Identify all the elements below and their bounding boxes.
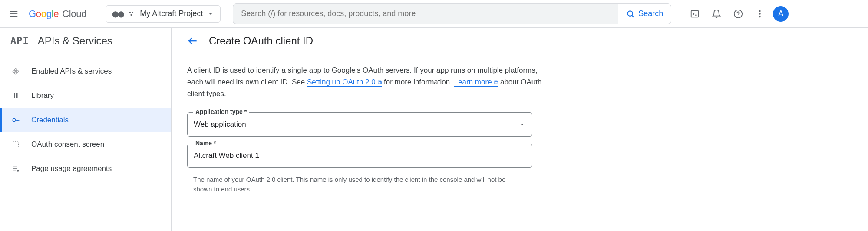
field-label: Application type * bbox=[193, 108, 249, 115]
link-label: Learn more bbox=[454, 78, 492, 86]
key-icon bbox=[10, 116, 21, 124]
page-header: Create OAuth client ID bbox=[172, 28, 868, 54]
form-content: A client ID is used to identify a single… bbox=[172, 54, 562, 205]
external-link-icon: ⧉ bbox=[376, 79, 382, 86]
search-input[interactable] bbox=[233, 9, 618, 18]
svg-point-6 bbox=[627, 11, 633, 16]
api-badge-icon: API bbox=[10, 35, 29, 46]
sidebar-item-label: OAuth consent screen bbox=[31, 140, 104, 149]
svg-rect-8 bbox=[691, 10, 699, 17]
link-label: Setting up OAuth 2.0 bbox=[307, 78, 376, 86]
sidebar-item-page-usage[interactable]: Page usage agreements bbox=[0, 157, 171, 181]
svg-point-13 bbox=[759, 16, 761, 17]
more-icon[interactable] bbox=[751, 5, 769, 23]
name-helper-text: The name of your OAuth 2.0 client. This … bbox=[187, 175, 526, 194]
avatar[interactable]: A bbox=[773, 6, 789, 22]
name-field-container: Name * bbox=[187, 144, 532, 168]
project-selector[interactable]: ⬤⬤ My Altcraft Project bbox=[106, 5, 221, 23]
svg-point-18 bbox=[13, 119, 16, 122]
logo-cloud-text: Cloud bbox=[62, 8, 86, 20]
svg-point-5 bbox=[131, 14, 132, 16]
project-name: My Altcraft Project bbox=[140, 9, 203, 18]
description: A client ID is used to identify a single… bbox=[187, 64, 547, 100]
svg-point-26 bbox=[17, 170, 19, 171]
application-type-select[interactable]: Application type * Web application bbox=[187, 112, 532, 137]
menu-icon[interactable] bbox=[5, 5, 23, 23]
svg-point-11 bbox=[759, 10, 761, 12]
sidebar-item-library[interactable]: Library bbox=[0, 84, 171, 108]
search-button-label: Search bbox=[638, 9, 663, 18]
cloud-shell-icon[interactable] bbox=[686, 5, 703, 23]
notifications-icon[interactable] bbox=[708, 5, 725, 23]
back-arrow-icon[interactable] bbox=[187, 35, 198, 47]
svg-point-3 bbox=[129, 12, 131, 13]
svg-point-4 bbox=[132, 12, 134, 13]
field-value: Web application bbox=[194, 120, 519, 129]
sidebar: API APIs & Services Enabled APIs & servi… bbox=[0, 28, 172, 231]
sidebar-item-label: Enabled APIs & services bbox=[31, 67, 112, 76]
body: API APIs & Services Enabled APIs & servi… bbox=[0, 28, 868, 231]
desc-text-2: for more information. bbox=[382, 78, 454, 86]
chevron-down-icon bbox=[519, 121, 526, 128]
search-icon bbox=[626, 10, 635, 18]
topbar: Google Cloud ⬤⬤ My Altcraft Project Sear… bbox=[0, 0, 868, 28]
svg-rect-22 bbox=[13, 142, 18, 147]
project-dots-icon bbox=[128, 10, 135, 18]
chevron-down-icon bbox=[207, 10, 214, 17]
link-setting-up-oauth[interactable]: Setting up OAuth 2.0 ⧉ bbox=[307, 78, 382, 87]
google-cloud-logo[interactable]: Google Cloud bbox=[29, 8, 86, 20]
svg-point-12 bbox=[759, 13, 761, 15]
topbar-actions: A bbox=[686, 5, 789, 23]
avatar-letter: A bbox=[778, 9, 783, 18]
sidebar-item-label: Page usage agreements bbox=[31, 164, 112, 173]
svg-line-7 bbox=[632, 15, 634, 17]
sidebar-item-label: Credentials bbox=[31, 116, 69, 124]
consent-icon bbox=[10, 141, 21, 148]
sidebar-nav: Enabled APIs & services Library Credenti… bbox=[0, 54, 171, 181]
sidebar-item-oauth-consent[interactable]: OAuth consent screen bbox=[0, 132, 171, 157]
diamond-icon bbox=[10, 67, 21, 75]
external-link-icon: ⧉ bbox=[493, 79, 498, 86]
search-button[interactable]: Search bbox=[618, 4, 671, 24]
search-box: Search bbox=[233, 3, 671, 24]
sidebar-item-label: Library bbox=[31, 91, 54, 100]
sidebar-header: API APIs & Services bbox=[0, 28, 171, 54]
project-icon: ⬤⬤ bbox=[112, 10, 123, 17]
main-content: Create OAuth client ID A client ID is us… bbox=[172, 28, 868, 231]
sidebar-title: APIs & Services bbox=[38, 35, 112, 47]
library-icon bbox=[10, 92, 21, 100]
sidebar-item-enabled-apis[interactable]: Enabled APIs & services bbox=[0, 59, 171, 84]
name-input[interactable] bbox=[194, 151, 526, 160]
link-learn-more[interactable]: Learn more ⧉ bbox=[454, 78, 498, 87]
field-label: Name * bbox=[193, 140, 218, 147]
page-title: Create OAuth client ID bbox=[209, 35, 313, 47]
agreement-icon bbox=[10, 165, 21, 173]
sidebar-item-credentials[interactable]: Credentials bbox=[0, 108, 171, 132]
help-icon[interactable] bbox=[729, 5, 747, 23]
